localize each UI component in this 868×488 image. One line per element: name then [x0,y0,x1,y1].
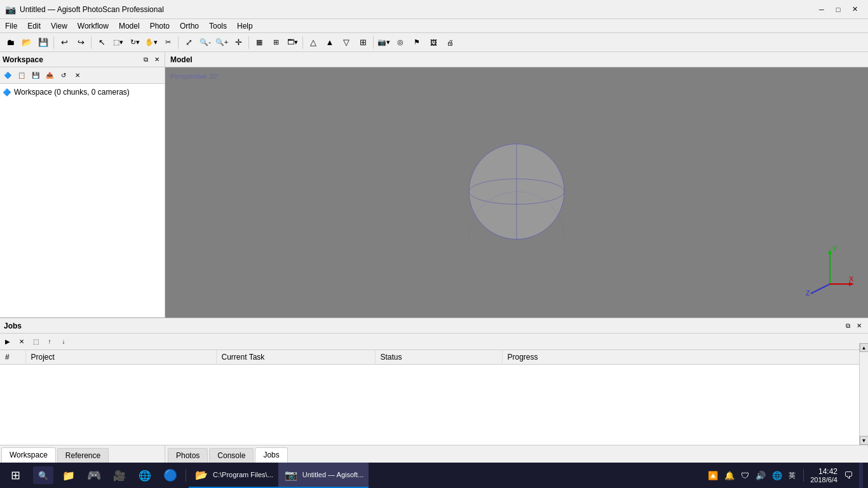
save-button[interactable]: 💾 [36,35,51,50]
grid-button-2[interactable]: ⊞ [268,35,283,50]
image-button[interactable]: 🖼 [426,35,441,50]
crop-button[interactable]: ⤢ [181,35,196,50]
clipboard-button[interactable]: 📋 [15,69,28,82]
menu-workflow[interactable]: Workflow [72,19,114,32]
model-viewport[interactable]: Perspective 30° [165,67,868,318]
scrollbar-down-button[interactable]: ▼ [860,436,869,445]
shape-up-button[interactable]: △ [306,35,321,50]
save-chunk-button[interactable]: 💾 [29,69,42,82]
taskbar-divider-1 [186,469,186,482]
zoom-out-button[interactable]: 🔍- [198,35,213,50]
jobs-table: # Project Current Task Status Progress [0,350,868,445]
workspace-tree-item[interactable]: 🔷 Workspace (0 chunks, 0 cameras) [3,86,162,98]
taskbar-explorer[interactable]: 📁 [56,463,81,488]
taskbar-photoscan-window[interactable]: 📷 Untitled — Agisoft... [278,463,369,488]
security-icon[interactable]: 🛡 [740,470,750,482]
chrome-icon: 🌐 [137,468,153,483]
workspace-close-button[interactable]: ✕ [152,55,162,65]
tab-workspace[interactable]: Workspace [1,447,56,463]
fit-button[interactable]: ✛ [231,35,246,50]
pan-button[interactable]: ✋▾ [144,35,159,50]
svg-text:Y: Y [832,246,837,252]
run-job-button[interactable]: ▶ [1,336,14,348]
menu-model[interactable]: Model [114,19,145,32]
workspace-tree-icon: 🔷 [3,88,11,97]
jobs-close-button[interactable]: ✕ [854,321,864,331]
export-chunk-button[interactable]: 📤 [43,69,56,82]
model-panel-header: Model [165,52,868,67]
jobs-toolbar: ▶ ✕ ⬚ ↑ ↓ [0,334,868,350]
right-panel: Model Perspective 30° [165,52,868,318]
model-panel-title: Model [170,55,193,64]
col-current-task: Current Task [216,350,375,365]
move-up-button[interactable]: ↑ [43,336,56,348]
edge-icon: 🔵 [163,468,178,483]
tab-console[interactable]: Console [209,448,254,463]
peek-desktop-button[interactable] [859,463,863,488]
close-item-button[interactable]: ✕ [71,69,84,82]
view-mode-button[interactable]: 🗔▾ [285,35,300,50]
menu-file[interactable]: File [0,19,22,32]
stop-job-button[interactable]: ✕ [15,336,28,348]
notification-icon[interactable]: 🔔 [723,470,736,482]
minimize-button[interactable]: ─ [813,3,830,16]
menu-view[interactable]: View [46,19,72,32]
menu-ortho[interactable]: Ortho [175,19,204,32]
tab-photos[interactable]: Photos [168,448,208,463]
taskbar-chrome[interactable]: 🌐 [132,463,158,488]
undo-button[interactable]: ↩ [57,35,72,50]
notification-center-button[interactable]: 🗨 [841,470,855,480]
shape-down-button[interactable]: ▽ [339,35,354,50]
menu-tools[interactable]: Tools [204,19,232,32]
tab-reference[interactable]: Reference [57,448,109,463]
menu-photo[interactable]: Photo [145,19,175,32]
refresh-button[interactable]: ↺ [57,69,70,82]
search-box[interactable]: 🔍 [33,466,53,484]
taskbar-app1[interactable]: 🎮 [81,463,107,488]
taskbar-edge[interactable]: 🔵 [158,463,183,488]
rect-select-button[interactable]: ⬚▾ [111,35,126,50]
close-button[interactable]: ✕ [846,3,863,16]
media-icon: 🎥 [112,468,127,483]
scrollbar-up-button[interactable]: ▲ [860,343,869,352]
scatter-button[interactable]: ⊞ [355,35,370,50]
network-icon[interactable]: 🌐 [771,470,783,482]
add-chunk-button[interactable]: 🔷 [1,69,14,82]
print-button[interactable]: 🖨 [442,35,458,50]
camera-button[interactable]: 📷▾ [376,35,391,50]
menu-help[interactable]: Help [232,19,258,32]
show-hidden-icon[interactable]: 🔼 [707,470,719,482]
bottom-tabs-row: Workspace Reference Photos Console Jobs [0,445,868,463]
left-panel: Workspace ⧉ ✕ 🔷 📋 💾 📤 ↺ ✕ 🔷 [0,52,165,318]
select-jobs-button[interactable]: ⬚ [29,336,42,348]
rotate-button[interactable]: ↻▾ [127,35,142,50]
workspace-float-button[interactable]: ⧉ [140,55,151,65]
marker-button[interactable]: ⚑ [409,35,424,50]
windows-icon: ⊞ [11,468,20,482]
col-project: Project [25,350,216,365]
redo-button[interactable]: ↪ [73,35,88,50]
taskbar-media[interactable]: 🎥 [107,463,132,488]
start-button[interactable]: ⊞ [0,463,31,488]
shape-fill-button[interactable]: ▲ [322,35,337,50]
target-button[interactable]: ◎ [393,35,408,50]
tab-jobs[interactable]: Jobs [255,447,287,463]
svg-text:Z: Z [806,289,810,297]
jobs-float-button[interactable]: ⧉ [843,321,853,331]
move-down-button[interactable]: ↓ [57,336,70,348]
volume-icon[interactable]: 🔊 [754,470,767,482]
workspace-panel: Workspace ⧉ ✕ 🔷 📋 💾 📤 ↺ ✕ 🔷 [0,52,165,318]
zoom-in-button[interactable]: 🔍+ [214,35,229,50]
menu-edit[interactable]: Edit [22,19,46,32]
maximize-button[interactable]: □ [830,3,846,16]
photoscan-window-label: Untitled — Agisoft... [302,471,364,478]
select-button[interactable]: ↖ [94,35,109,50]
ime-icon[interactable]: 英 [787,470,797,482]
cut-button[interactable]: ✂ [160,35,175,50]
system-clock[interactable]: 14:42 2018/6/4 [810,467,837,484]
svg-text:X: X [849,275,854,283]
taskbar-folder-window[interactable]: 📂 C:\Program Files\... [189,463,278,488]
grid-button-1[interactable]: ▦ [252,35,267,50]
new-button[interactable]: 🖿 [3,35,18,50]
open-button[interactable]: 📂 [19,35,34,50]
